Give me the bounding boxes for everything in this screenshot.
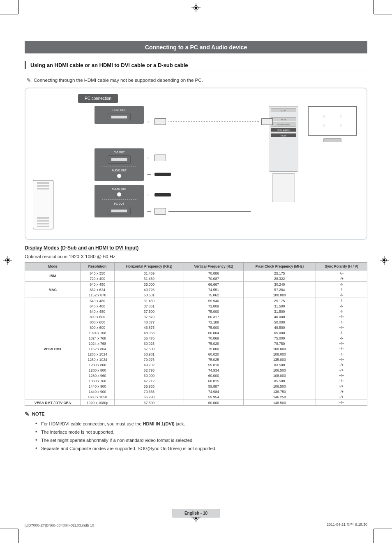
table-cell: -/+ [316, 362, 367, 367]
table-cell: 106.500 [243, 384, 316, 389]
sub-heading-accent-icon [25, 61, 26, 69]
table-cell: -/+ [316, 367, 367, 373]
table-cell: 70.635 [114, 389, 184, 394]
crop-mark [0, 14, 18, 14]
hand-note-icon: ✎ [25, 411, 30, 417]
pc-out-label: PC OUT [114, 202, 125, 205]
vga-plug-icon [154, 208, 166, 215]
table-cell: +/+ [316, 351, 367, 357]
table-cell: 800 x 600 [81, 314, 114, 319]
table-cell: 49.702 [114, 362, 184, 367]
table-cell: 1152 x 864 [81, 346, 114, 351]
table-cell: -/- [316, 298, 367, 304]
table-cell: 146.250 [243, 394, 316, 400]
audio-out-label-1: AUDIO OUT [112, 169, 127, 172]
table-row: VESA DMT640 x 48031.46959.94025.175-/- [25, 298, 367, 304]
table-cell: 67.500 [114, 400, 184, 406]
note-line: ✎ Connecting through the HDMI cable may … [26, 77, 366, 83]
crop-mark [18, 529, 18, 543]
note-heading-text: NOTE [32, 411, 45, 416]
notes-list: For HDMI/DVI cable connection, you must … [35, 420, 367, 453]
mode-cell: VESA DMT [25, 298, 81, 400]
table-row: MAC640 x 48035.00066.66730.240-/- [25, 282, 367, 287]
table-cell: 35.000 [114, 282, 184, 287]
table-cell: +/+ [316, 357, 367, 362]
hand-note-icon: ✎ [26, 77, 31, 83]
list-item: Separate and Composite modes are support… [35, 444, 367, 453]
table-cell: 56.476 [114, 335, 184, 341]
crop-mark [0, 529, 18, 529]
note-heading: ✎ NOTE [25, 411, 367, 417]
list-item: The interlace mode is not supported. [35, 428, 367, 436]
table-cell: 62.795 [114, 367, 184, 373]
table-cell: 106.500 [243, 367, 316, 373]
table-cell: 60.000 [184, 373, 243, 378]
table-cell: 59.810 [184, 362, 243, 367]
table-cell: 49.726 [114, 287, 184, 292]
table-cell: 60.000 [114, 373, 184, 378]
table-cell: 60.020 [184, 351, 243, 357]
table-cell: 49.500 [243, 325, 316, 330]
table-cell: 46.875 [114, 325, 184, 330]
table-cell: 108.000 [243, 373, 316, 378]
table-cell: 640 x 480 [81, 309, 114, 314]
table-cell: 25.175 [243, 298, 316, 304]
vga-port-icon [108, 207, 131, 215]
dvi-out-label: DVI OUT [114, 151, 125, 154]
table-header-cell: Pixel Clock Frequency (MHz) [243, 263, 316, 270]
table-cell: 640 x 480 [81, 303, 114, 309]
table-cell: 1280 x 1024 [81, 357, 114, 362]
table-cell: 640 x 480 [81, 282, 114, 287]
pc-tower-icon [33, 180, 53, 229]
tv-base-icon [323, 138, 341, 142]
note-text: Connecting through the HDMI cable may no… [34, 78, 203, 83]
hdmi-out-label: HDMI OUT [113, 109, 126, 111]
table-cell: 68.681 [114, 292, 184, 298]
table-header-cell: Vertical Frequency (Hz) [184, 263, 243, 270]
table-cell: 1024 x 768 [81, 341, 114, 346]
list-item: For HDMI/DVI cable connection, you must … [35, 420, 367, 428]
sub-heading-row: Using an HDMI cable or an HDMI to DVI ca… [25, 61, 367, 69]
table-cell: 57.284 [243, 287, 316, 292]
footer-language-page: English - 10 [172, 509, 220, 518]
table-row: VESA DMT / DTV CEA1920 x 1080p67.50060.0… [25, 400, 367, 406]
table-cell: 65.000 [243, 330, 316, 335]
table-cell: 1024 x 768 [81, 330, 114, 335]
arrow-left-icon: ← [146, 192, 152, 198]
table-cell: 59.887 [184, 384, 243, 389]
table-cell: 1280 x 800 [81, 362, 114, 367]
table-cell: 75.062 [184, 292, 243, 298]
tv-av-in-port-icon: AV IN [271, 117, 296, 121]
table-cell: 1280 x 1024 [81, 351, 114, 357]
table-cell: -/+ [316, 384, 367, 389]
sub-heading: Using an HDMI cable or an HDMI to DVI ca… [30, 62, 188, 68]
footer-file-info: [UD7000-ZT]BN68-03438H-02L03.indb 10 [25, 523, 94, 527]
table-cell: 60.000 [184, 400, 243, 406]
table-cell: 60.023 [114, 341, 184, 346]
table-cell: 31.469 [114, 270, 184, 276]
table-cell: -/- [316, 287, 367, 292]
table-cell: 70.086 [184, 270, 243, 276]
arrow-left-icon: ← [146, 155, 152, 161]
pc-connection-label: PC connection [78, 94, 118, 103]
table-cell: 60.015 [184, 378, 243, 384]
crop-mark [18, 0, 18, 14]
table-cell: -/- [316, 330, 367, 335]
hdmi-plug-icon [154, 118, 166, 125]
table-cell: 75.000 [184, 346, 243, 351]
table-cell: 720 x 400 [81, 276, 114, 282]
optimal-resolution-text: Optimal resolution is 1920 X 1080 @ 60 H… [25, 254, 367, 259]
list-item: The set might operate abnormally if a no… [35, 436, 367, 444]
table-cell: 78.750 [243, 341, 316, 346]
mode-cell: IBM [25, 270, 81, 282]
table-header-cell: Sync Polarity (H / V) [316, 263, 367, 270]
table-cell: 85.500 [243, 378, 316, 384]
table-cell: 25.175 [243, 270, 316, 276]
audio-out-label-2: AUDIO OUT [112, 187, 127, 190]
table-cell: 83.500 [243, 362, 316, 367]
tv-front [306, 106, 359, 229]
tv-pc-dvi-audio-port-icon: PC/DVI AUDIO IN [271, 128, 296, 132]
table-cell: +/+ [316, 341, 367, 346]
table-cell: 108.000 [243, 346, 316, 351]
table-cell: 74.934 [184, 367, 243, 373]
